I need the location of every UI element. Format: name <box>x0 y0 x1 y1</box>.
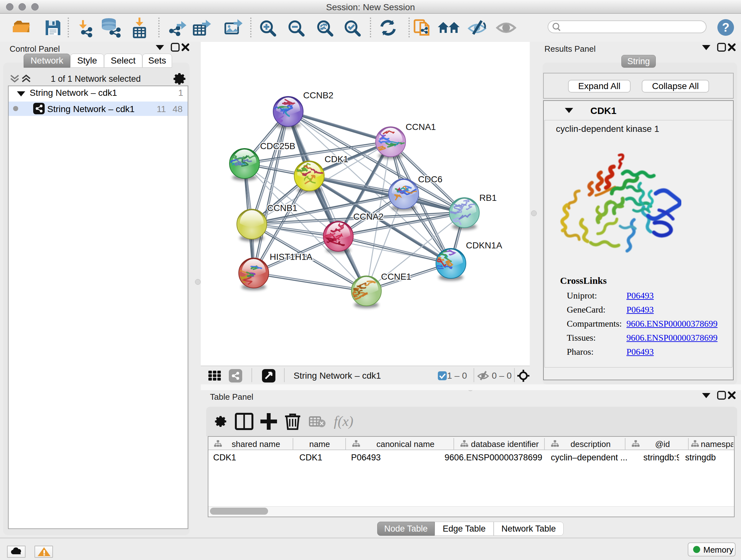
svg-text:0 – 0: 0 – 0 <box>492 371 512 381</box>
svg-text:f(x): f(x) <box>334 414 353 429</box>
svg-text:HIST1H1A: HIST1H1A <box>270 252 313 262</box>
svg-text:1 – 0: 1 – 0 <box>447 371 467 381</box>
svg-text:?: ? <box>722 21 729 34</box>
svg-text:CDKN1A: CDKN1A <box>466 240 502 250</box>
svg-text:CDC25B: CDC25B <box>260 141 295 151</box>
svg-text:String Network – cdk1: String Network – cdk1 <box>293 371 381 381</box>
svg-text:CDC6: CDC6 <box>418 174 442 184</box>
svg-text:CCNA1: CCNA1 <box>406 122 436 132</box>
svg-text:CCNB2: CCNB2 <box>303 90 333 100</box>
svg-text:CCNB1: CCNB1 <box>267 203 297 213</box>
svg-text:CCNE1: CCNE1 <box>381 272 411 282</box>
svg-text:CCNA2: CCNA2 <box>353 212 384 222</box>
svg-text:RB1: RB1 <box>479 193 496 203</box>
svg-text:CDK1: CDK1 <box>325 154 348 164</box>
